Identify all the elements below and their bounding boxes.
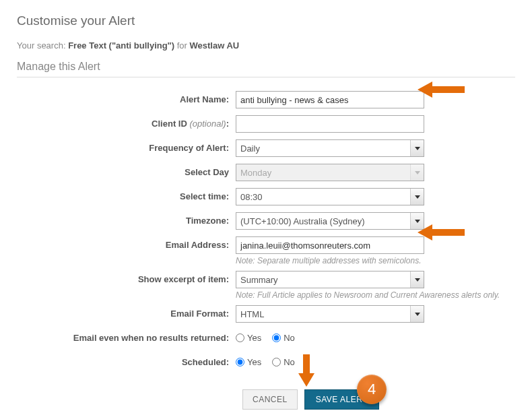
search-source: Westlaw AU: [190, 40, 240, 51]
email-note: Note: Separate multiple addresses with s…: [236, 256, 515, 265]
arrow-left-icon: [418, 80, 465, 99]
timezone-select[interactable]: (UTC+10:00) Australia (Sydney): [236, 212, 424, 230]
client-id-label: Client ID (optional):: [17, 115, 236, 129]
select-time-label: Select time:: [17, 188, 236, 201]
arrow-down-icon: [297, 354, 316, 387]
search-for: for: [174, 40, 189, 51]
select-time-select[interactable]: 08:30: [236, 188, 424, 205]
scheduled-label: Scheduled:: [17, 354, 236, 367]
search-prefix: Your search:: [17, 40, 68, 51]
no-results-yes[interactable]: Yes: [236, 333, 261, 343]
scheduled-yes[interactable]: Yes: [236, 357, 261, 367]
search-summary: Your search: Free Text ("anti bullying")…: [17, 40, 515, 51]
no-results-yes-radio[interactable]: [236, 333, 244, 342]
email-label: Email Address:: [17, 236, 236, 250]
no-results-no[interactable]: No: [272, 333, 295, 343]
chevron-down-icon: [410, 164, 424, 181]
excerpt-note: Note: Full Article applies to Newsroom a…: [236, 290, 515, 300]
excerpt-select[interactable]: Summary: [236, 271, 424, 288]
cancel-button[interactable]: CANCEL: [242, 389, 298, 410]
select-day-label: Select Day: [17, 164, 236, 177]
step-badge: 4: [357, 375, 387, 404]
search-query: Free Text ("anti bullying"): [68, 40, 174, 51]
chevron-down-icon: [410, 306, 424, 322]
scheduled-yes-radio[interactable]: [236, 358, 244, 366]
alert-name-input[interactable]: [236, 91, 424, 108]
chevron-down-icon: [410, 189, 424, 205]
no-results-label: Email even when no results returned:: [17, 329, 236, 343]
scheduled-no[interactable]: No: [272, 357, 295, 367]
email-input[interactable]: [236, 236, 424, 254]
email-format-label: Email Format:: [17, 305, 236, 319]
select-day-select: Monday: [236, 164, 424, 181]
alert-name-label: Alert Name:: [17, 91, 236, 104]
page-title: Customise your Alert: [17, 13, 515, 28]
section-title: Manage this Alert: [17, 61, 515, 77]
chevron-down-icon: [410, 140, 424, 156]
email-format-select[interactable]: HTML: [236, 305, 424, 323]
no-results-no-radio[interactable]: [272, 333, 281, 342]
arrow-left-icon: [418, 223, 465, 242]
scheduled-no-radio[interactable]: [272, 358, 281, 366]
frequency-select[interactable]: Daily: [236, 139, 424, 157]
chevron-down-icon: [410, 271, 424, 288]
excerpt-label: Show excerpt of item:: [17, 271, 236, 284]
frequency-label: Frequency of Alert:: [17, 139, 236, 153]
timezone-label: Timezone:: [17, 212, 236, 226]
client-id-input[interactable]: [236, 115, 424, 133]
